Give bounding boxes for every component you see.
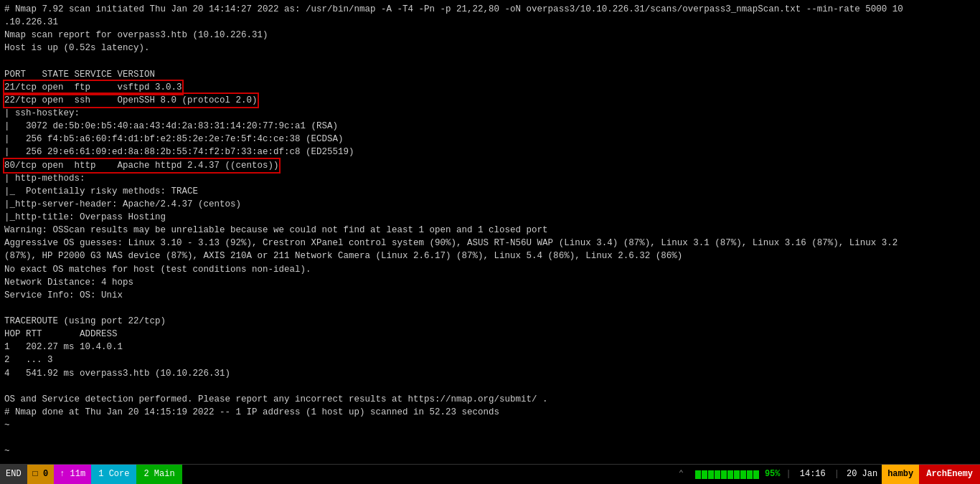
terminal-line-done: # Nmap done at Thu Jan 20 14:15:19 2022 …	[4, 407, 499, 417]
terminal-line-tr-2: 2 ... 3	[4, 355, 53, 365]
terminal-line-ssh: 22/tcp open ssh OpenSSH 8.0 (protocol 2.…	[4, 94, 258, 107]
status-username: hamby	[882, 465, 919, 484]
terminal-line-aggressive2: (87%), HP P2000 G3 NAS device (87%), AXI…	[4, 251, 682, 261]
window-core-label: 1 Core	[98, 468, 129, 480]
terminal-line-1: # Nmap 7.92 scan initiated Thu Jan 20 14…	[4, 4, 903, 14]
battery-seg-2	[702, 470, 707, 479]
terminal-line-warning: Warning: OSScan results may be unreliabl…	[4, 225, 548, 235]
terminal-line-tr-header: HOP RTT ADDRESS	[4, 329, 118, 339]
status-date: 20 Jan	[842, 468, 882, 480]
window-11m-label: ↑ 11m	[60, 468, 85, 480]
battery-seg-10	[753, 470, 759, 479]
battery-bar	[689, 470, 765, 479]
terminal-body: # Nmap 7.92 scan initiated Thu Jan 20 14…	[0, 0, 980, 464]
terminal-line-os-detect: OS and Service detection performed. Plea…	[4, 394, 548, 404]
battery-percentage: 95%	[765, 468, 783, 480]
battery-seg-4	[715, 470, 720, 479]
terminal-line-distance: Network Distance: 4 hops	[4, 277, 133, 288]
status-time: 14:16	[794, 468, 831, 480]
battery-seg-7	[734, 470, 740, 479]
battery-seg-8	[740, 470, 746, 479]
terminal-line-ssh-key: | ssh-hostkey:	[4, 108, 80, 118]
terminal-line-3: Nmap scan report for overpass3.htb (10.1…	[4, 30, 268, 40]
terminal-line-aggressive: Aggressive OS guesses: Linux 3.10 - 3.13…	[4, 238, 897, 248]
terminal-line-server-header: |_http-server-header: Apache/2.4.37 (cen…	[4, 199, 241, 209]
window-main-indicator[interactable]: 2 Main	[136, 465, 182, 484]
terminal-line-ed25519: | 256 29:e6:61:09:ed:8a:88:2b:55:74:f2:b…	[4, 147, 354, 157]
status-hostname: ArchEnemy	[919, 465, 980, 484]
terminal-line-tr-4: 4 541.92 ms overpass3.htb (10.10.226.31)	[4, 369, 230, 379]
terminal-line-traceroute: TRACEROUTE (using port 22/tcp)	[4, 316, 166, 326]
terminal-line-ports-header: PORT STATE SERVICE VERSION	[4, 70, 155, 80]
battery-seg-5	[721, 470, 727, 479]
terminal-line-rsa: | 3072 de:5b:0e:b5:40:aa:43:4d:2a:83:31:…	[4, 121, 338, 131]
terminal-line-tr-1: 1 202.27 ms 10.4.0.1	[4, 342, 123, 352]
window-main-label: 2 Main	[143, 468, 174, 480]
status-bar: END □ 0 ↑ 11m 1 Core 2 Main ⌃ 95% | 14:1…	[0, 464, 980, 484]
separator-2: |	[831, 468, 842, 480]
window-11m-indicator[interactable]: ↑ 11m	[54, 465, 91, 484]
upward-arrow-icon: ⌃	[673, 468, 689, 480]
terminal-line-tilde2: ~	[4, 446, 10, 456]
status-end-label: END	[0, 465, 27, 484]
terminal-line-no-exact: No exact OS matches for host (test condi…	[4, 265, 311, 275]
window-0-label: □ 0	[33, 468, 49, 480]
terminal-line-http-title: |_http-title: Overpass Hosting	[4, 212, 166, 222]
terminal-line-ftp: 21/tcp open ftp vsftpd 3.0.3	[4, 81, 182, 94]
terminal-line-ecdsa: | 256 f4:b5:a6:60:f4:d1:bf:e2:85:2e:2e:7…	[4, 134, 344, 144]
window-core-indicator[interactable]: 1 Core	[91, 465, 136, 484]
terminal-line-2: .10.226.31	[4, 17, 58, 27]
window-0-indicator[interactable]: □ 0	[27, 465, 55, 484]
separator-1: |	[783, 468, 794, 480]
terminal-line-tilde1: ~	[4, 420, 10, 430]
battery-seg-6	[727, 470, 733, 479]
terminal-line-service: Service Info: OS: Unix	[4, 290, 123, 300]
battery-seg-9	[747, 470, 753, 479]
terminal-line-http: 80/tcp open http Apache httpd 2.4.37 ((c…	[4, 159, 279, 172]
battery-seg-1	[695, 470, 701, 479]
terminal-line-trace: |_ Potentially risky methods: TRACE	[4, 186, 198, 196]
terminal-line-http-methods: | http-methods:	[4, 174, 85, 184]
battery-seg-3	[708, 470, 714, 479]
terminal-line-4: Host is up (0.52s latency).	[4, 43, 150, 53]
status-right-section: ⌃ 95% | 14:16 | 20 Jan hamby ArchEnemy	[673, 465, 980, 484]
